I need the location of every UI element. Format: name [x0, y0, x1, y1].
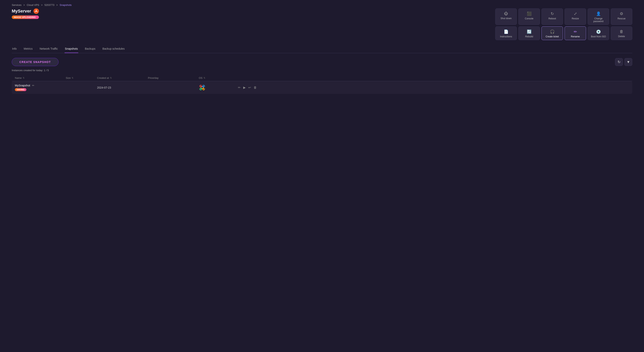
- svg-point-4: [35, 11, 36, 12]
- snapshot-os: [199, 84, 238, 91]
- svg-point-8: [202, 88, 205, 90]
- delete-label: Delete: [618, 35, 625, 38]
- table-row: MySnapshot ✏ SAVING 2024-07-23 ✏: [12, 81, 632, 94]
- breadcrumb: Services > Cloud VPS > 5203773 > Snapsho…: [0, 0, 644, 8]
- svg-point-2: [36, 9, 36, 10]
- reboot-icon: ↻: [551, 11, 554, 16]
- rebuild-label: Rebuild: [525, 35, 533, 38]
- svg-point-1: [36, 10, 37, 12]
- delete-button[interactable]: 🗑 Delete: [611, 26, 632, 40]
- instances-info: Instances created for today: 1 / 5: [12, 69, 632, 72]
- svg-point-7: [200, 88, 202, 90]
- snapshot-name-cell: MySnapshot ✏ SAVING: [15, 84, 66, 91]
- tab-backups[interactable]: Backups: [84, 45, 96, 53]
- svg-point-5: [200, 85, 202, 88]
- col-name: Name ⇅: [15, 76, 66, 79]
- rename-button[interactable]: ✏ Rename: [564, 26, 586, 40]
- rebuild-icon: 🔄: [527, 29, 532, 34]
- change-password-button[interactable]: 👤 Change password: [588, 8, 609, 25]
- console-button[interactable]: ⬛ Console: [518, 8, 540, 25]
- tab-backup-schedules[interactable]: Backup schedules: [102, 45, 125, 53]
- snapshots-table: Name ⇅ Size ⇅ Created at ⇅ Price/day OS …: [12, 75, 632, 94]
- boot-from-iso-label: Boot from ISO: [591, 35, 606, 38]
- col-os: OS ⇅: [199, 76, 238, 79]
- rebuild-button[interactable]: 🔄 Rebuild: [518, 26, 540, 40]
- sort-size-icon[interactable]: ⇅: [72, 77, 74, 79]
- breadcrumb-id[interactable]: 5203773: [44, 3, 54, 6]
- instructions-icon: 📄: [504, 29, 508, 34]
- shut-down-button[interactable]: ⏻ Shut down: [495, 8, 517, 25]
- os-icon: [199, 84, 206, 91]
- create-ticket-icon: 🎧: [550, 29, 555, 34]
- server-name: MyServer: [12, 8, 31, 14]
- snapshots-toolbar: CREATE SNAPSHOT ↻ ▼: [12, 58, 632, 66]
- breadcrumb-current: Snapshots: [60, 3, 72, 6]
- tab-network-traffic[interactable]: Network Traffic: [39, 45, 58, 53]
- snapshot-edit-icon[interactable]: ✏: [238, 86, 240, 89]
- rescue-label: Rescue: [618, 17, 626, 20]
- action-buttons-grid: ⏻ Shut down ⬛ Console ↻ Reboot ⤢ Resize …: [495, 8, 632, 40]
- edit-name-icon[interactable]: ✏: [32, 84, 34, 87]
- toolbar-right: ↻ ▼: [615, 58, 632, 66]
- svg-point-6: [202, 85, 205, 88]
- breadcrumb-sep2: >: [41, 3, 43, 6]
- shut-down-label: Shut down: [500, 17, 512, 20]
- change-password-label: Change password: [590, 17, 608, 23]
- sort-created-icon[interactable]: ⇅: [110, 77, 112, 79]
- table-header: Name ⇅ Size ⇅ Created at ⇅ Price/day OS …: [12, 75, 632, 81]
- server-info: MyServer IMAGE UPLOADING: [12, 8, 39, 19]
- tabs-row: Info Metrics Network Traffic Snapshots B…: [12, 44, 632, 53]
- rescue-icon: ⚙: [620, 11, 623, 16]
- rescue-button[interactable]: ⚙ Rescue: [611, 8, 632, 25]
- boot-from-iso-icon: 💿: [596, 29, 601, 34]
- rename-label: Rename: [571, 35, 580, 38]
- breadcrumb-sep3: >: [56, 3, 58, 6]
- sort-os-icon[interactable]: ⇅: [204, 77, 205, 79]
- col-created-at: Created at ⇅: [97, 76, 148, 79]
- rename-icon: ✏: [574, 29, 577, 34]
- snapshot-name-row: MySnapshot ✏: [15, 84, 66, 87]
- instructions-button[interactable]: 📄 Instructions: [495, 26, 517, 40]
- status-badge: IMAGE UPLOADING: [12, 15, 39, 19]
- ubuntu-icon: [34, 8, 39, 14]
- console-label: Console: [525, 17, 534, 20]
- resize-label: Resize: [572, 17, 579, 20]
- tab-metrics[interactable]: Metrics: [23, 45, 33, 53]
- instructions-label: Instructions: [500, 35, 512, 38]
- snapshot-delete-icon[interactable]: 🗑: [254, 86, 257, 89]
- console-icon: ⬛: [527, 11, 532, 16]
- create-snapshot-button[interactable]: CREATE SNAPSHOT: [12, 58, 58, 66]
- snapshot-row-actions: ✏ ▶ ↩ 🗑: [238, 86, 262, 89]
- col-actions: [238, 76, 262, 79]
- create-ticket-label: Create ticket: [546, 35, 559, 38]
- server-header: MyServer IMAGE UPLOADING ⏻ Shut down: [12, 8, 632, 40]
- snapshot-created-at: 2024-07-23: [97, 86, 148, 89]
- svg-point-3: [37, 11, 38, 12]
- sort-name-icon[interactable]: ⇅: [23, 77, 24, 79]
- breadcrumb-cloudvps[interactable]: Cloud VPS: [27, 3, 39, 6]
- delete-icon: 🗑: [620, 29, 624, 34]
- tab-info[interactable]: Info: [12, 45, 17, 53]
- resize-button[interactable]: ⤢ Resize: [564, 8, 586, 25]
- col-price-day: Price/day: [148, 76, 199, 79]
- filter-button[interactable]: ▼: [624, 58, 632, 66]
- tab-snapshots[interactable]: Snapshots: [64, 45, 78, 53]
- shut-down-icon: ⏻: [504, 11, 508, 16]
- col-size: Size ⇅: [66, 76, 97, 79]
- refresh-button[interactable]: ↻: [615, 58, 623, 66]
- change-password-icon: 👤: [596, 11, 601, 16]
- resize-icon: ⤢: [574, 11, 577, 16]
- breadcrumb-services[interactable]: Services: [12, 3, 22, 6]
- server-name-row: MyServer: [12, 8, 39, 14]
- snapshot-revert-icon[interactable]: ↩: [248, 86, 251, 89]
- create-ticket-button[interactable]: 🎧 Create ticket: [542, 26, 563, 40]
- snapshot-name: MySnapshot: [15, 84, 30, 87]
- snapshot-restore-icon[interactable]: ▶: [243, 86, 246, 89]
- breadcrumb-sep1: >: [23, 3, 26, 6]
- saving-badge: SAVING: [15, 88, 26, 91]
- reboot-button[interactable]: ↻ Reboot: [542, 8, 563, 25]
- boot-from-iso-button[interactable]: 💿 Boot from ISO: [588, 26, 609, 40]
- reboot-label: Reboot: [548, 17, 556, 20]
